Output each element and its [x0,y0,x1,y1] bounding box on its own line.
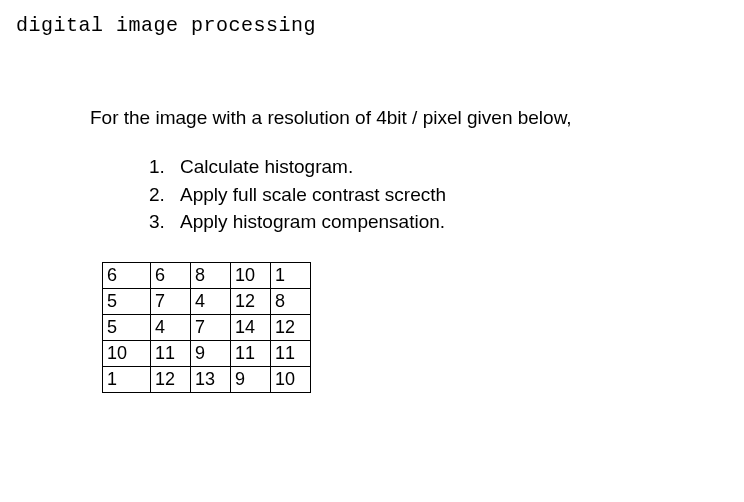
intro-text: For the image with a resolution of 4bit … [90,107,744,129]
cell: 11 [271,340,311,366]
cell: 12 [231,288,271,314]
cell: 10 [103,340,151,366]
task-list: Calculate histogram. Apply full scale co… [90,153,744,236]
cell: 10 [271,366,311,392]
content-area: For the image with a resolution of 4bit … [0,37,744,393]
cell: 1 [103,366,151,392]
cell: 11 [231,340,271,366]
table-row: 6 6 8 10 1 [103,262,311,288]
image-grid: 6 6 8 10 1 5 7 4 12 8 5 4 7 14 12 10 11 … [102,262,311,393]
cell: 8 [191,262,231,288]
cell: 6 [103,262,151,288]
table-row: 10 11 9 11 11 [103,340,311,366]
table-row: 1 12 13 9 10 [103,366,311,392]
cell: 7 [191,314,231,340]
cell: 14 [231,314,271,340]
cell: 5 [103,314,151,340]
cell: 9 [191,340,231,366]
cell: 8 [271,288,311,314]
cell: 4 [191,288,231,314]
cell: 9 [231,366,271,392]
cell: 10 [231,262,271,288]
cell: 12 [271,314,311,340]
table-row: 5 4 7 14 12 [103,314,311,340]
task-item: Calculate histogram. [170,153,744,181]
page-title: digital image processing [0,0,744,37]
cell: 7 [151,288,191,314]
cell: 12 [151,366,191,392]
task-item: Apply histogram compensation. [170,208,744,236]
cell: 5 [103,288,151,314]
cell: 4 [151,314,191,340]
cell: 1 [271,262,311,288]
task-item: Apply full scale contrast screcth [170,181,744,209]
cell: 11 [151,340,191,366]
cell: 6 [151,262,191,288]
table-row: 5 7 4 12 8 [103,288,311,314]
cell: 13 [191,366,231,392]
